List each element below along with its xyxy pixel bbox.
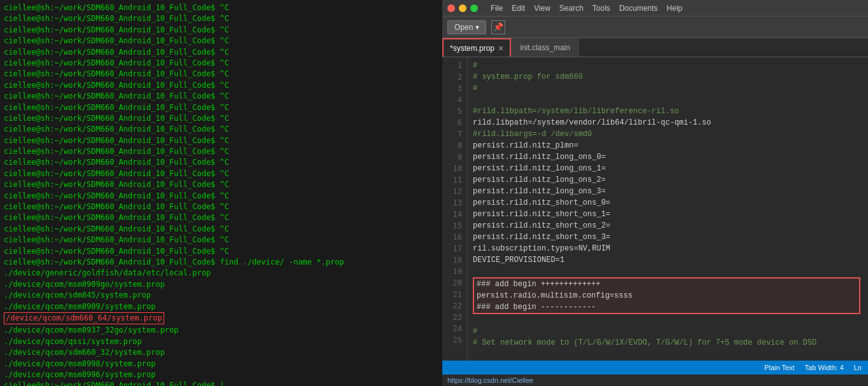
code-line: rild.libpath=/system/vendor/lib64/libril… <box>473 117 863 128</box>
code-line: persist.rild.nitz_short_ons_1= <box>473 209 863 220</box>
line-number: 3 <box>445 83 462 94</box>
terminal-line: ciellee@sh:~/work/SDM660_Android_10_Full… <box>4 13 438 24</box>
menu-search[interactable]: Search <box>559 4 584 13</box>
terminal-line: ./device/qcom/sdm660_32/system.prop <box>4 347 438 358</box>
terminal-line: ciellee@sh:~/work/SDM660_Android_10_Full… <box>4 169 438 179</box>
toolbar: Open ▾ 📌 <box>442 17 868 38</box>
terminal-line: ./device/qcom/msm8996/system.prop <box>4 369 438 380</box>
terminal-line: ciellee@sh:~/work/SDM660_Android_10_Full… <box>4 102 438 113</box>
traffic-lights <box>447 4 478 12</box>
line-number: 5 <box>445 106 462 117</box>
menu-view[interactable]: View <box>534 4 550 13</box>
line-number: 17 <box>445 243 462 254</box>
tab-label-system-prop: *system.prop <box>450 44 494 53</box>
line-number: 2 <box>445 71 462 83</box>
line-number: 4 <box>445 94 462 106</box>
terminal-line: ciellee@sh:~/work/SDM660_Android_10_Full… <box>4 69 438 79</box>
terminal-line: ciellee@sh:~/work/SDM660_Android_10_Full… <box>4 191 438 202</box>
code-line: persist.rild.nitz_long_ons_2= <box>473 174 863 186</box>
terminal-line: ./device/generic/goldfish/data/etc/local… <box>4 268 438 279</box>
code-line <box>473 314 863 326</box>
code-line: ### add begin ------------ <box>477 301 857 313</box>
line-number: 18 <box>445 254 462 266</box>
code-line: persist.rild.nitz_plmn= <box>473 140 863 151</box>
line-number: 21 <box>445 289 462 300</box>
terminal-line: ./device/qcom/sdm845/system.prop <box>4 290 438 301</box>
menu-items: File Edit View Search Tools Documents He… <box>491 4 682 13</box>
status-bar: Plain Text Tab Width: 4 Ln <box>442 361 868 375</box>
line-number: 15 <box>445 220 462 231</box>
code-line: #rild.libpath=/system/lib/libreference-r… <box>473 106 863 117</box>
code-line: DEVICE_PROVISIONED=1 <box>473 254 863 266</box>
terminal-line: ./device/qcom/msm8937_32go/system.prop <box>4 325 438 336</box>
terminal-line: /device/qcom/sdm660_64/system.prop <box>4 312 164 324</box>
tab-system-prop[interactable]: *system.prop × <box>442 38 511 57</box>
code-line: persist.rild.nitz_long_ons_3= <box>473 186 863 197</box>
line-number: 19 <box>445 266 462 277</box>
terminal-line: ./device/qcom/qssi/system.prop <box>4 336 438 347</box>
terminal-line: ciellee@sh:~/work/SDM660_Android_10_Full… <box>4 257 438 268</box>
line-number: 1 <box>445 60 462 71</box>
line-number: 6 <box>445 117 462 128</box>
terminal-line: ciellee@sh:~/work/SDM660_Android_10_Full… <box>4 224 438 235</box>
code-line <box>473 94 863 106</box>
line-number: 12 <box>445 186 462 197</box>
menu-bar: File Edit View Search Tools Documents He… <box>442 0 868 17</box>
terminal-line: ciellee@sh:~/work/SDM660_Android_10_Full… <box>4 157 438 168</box>
terminal-line: ./device/qcom/msm8909/system.prop <box>4 301 438 312</box>
menu-tools[interactable]: Tools <box>592 4 610 13</box>
code-line: # <box>473 83 863 94</box>
terminal-line: ciellee@sh:~/work/SDM660_Android_10_Full… <box>4 91 438 102</box>
close-window-button[interactable] <box>447 4 455 12</box>
menu-documents[interactable]: Documents <box>619 4 658 13</box>
code-line: persist.rild.nitz_short_ons_0= <box>473 197 863 209</box>
code-line: # <box>473 60 863 71</box>
code-line: persist.rild.nitz_long_ons_1= <box>473 163 863 174</box>
menu-edit[interactable]: Edit <box>512 4 525 13</box>
code-line: ### add begin +++++++++++++ <box>477 279 857 290</box>
terminal-line: ciellee@sh:~/work/SDM660_Android_10_Full… <box>4 179 438 190</box>
line-number: 23 <box>445 312 462 323</box>
tab-bar: *system.prop × init.class_main <box>442 38 868 57</box>
code-line: #rild.libargs=-d /dev/smd0 <box>473 128 863 140</box>
code-line: # <box>473 326 863 337</box>
minimize-window-button[interactable] <box>459 4 466 12</box>
terminal-line: ciellee@sh:~/work/SDM660_Android_10_Full… <box>4 124 438 135</box>
tab-close-system-prop[interactable]: × <box>498 44 503 53</box>
plain-text-status[interactable]: Plain Text <box>764 364 795 371</box>
line-number: 14 <box>445 209 462 220</box>
line-number: 20 <box>445 277 462 289</box>
editor-content: 1234567891011121314151617181920212223242… <box>442 57 868 361</box>
tab-width-status[interactable]: Tab Width: 4 <box>805 364 844 371</box>
url-text: https://blog.csdn.net/Ciellee <box>447 376 533 384</box>
menu-help[interactable]: Help <box>667 4 683 13</box>
terminal-line: ciellee@sh:~/work/SDM660_Android_10_Full… <box>4 36 438 46</box>
line-number: 13 <box>445 197 462 209</box>
url-bar: https://blog.csdn.net/Ciellee <box>442 375 868 386</box>
open-button[interactable]: Open ▾ <box>447 20 486 34</box>
line-number: 24 <box>445 323 462 334</box>
line-number: 7 <box>445 128 462 140</box>
line-numbers: 1234567891011121314151617181920212223242… <box>442 57 468 361</box>
terminal-line: ciellee@sh:~/work/SDM660_Android_10_Full… <box>4 212 438 223</box>
line-number: 22 <box>445 300 462 312</box>
tab-init-class-main[interactable]: init.class_main <box>511 38 579 57</box>
line-number: 25 <box>445 334 462 346</box>
line-number: 10 <box>445 163 462 174</box>
line-number: 16 <box>445 231 462 243</box>
terminal-line: ciellee@sh:~/work/SDM660_Android_10_Full… <box>4 246 438 257</box>
code-line: # system.prop for sdm660 <box>473 71 863 83</box>
menu-file[interactable]: File <box>491 4 503 13</box>
terminal-line: ciellee@sh:~/work/SDM660_Android_10_Full… <box>4 113 438 124</box>
terminal-line: ./device/qcom/msm8909go/system.prop <box>4 279 438 290</box>
editor-panel: File Edit View Search Tools Documents He… <box>442 0 868 386</box>
terminal-line: ciellee@sh:~/work/SDM660_Android_10_Full… <box>4 380 438 386</box>
terminal-line: ./device/qcom/msm8998/system.prop <box>4 359 438 369</box>
terminal-line: ciellee@sh:~/work/SDM660_Android_10_Full… <box>4 235 438 245</box>
code-area[interactable]: ## system.prop for sdm660# #rild.libpath… <box>468 57 868 361</box>
maximize-window-button[interactable] <box>470 4 478 12</box>
code-line <box>473 266 863 277</box>
terminal-panel: ciellee@sh:~/work/SDM660_Android_10_Full… <box>0 0 442 386</box>
code-line: persist.rild.nitz_short_ons_2= <box>473 220 863 231</box>
pin-button[interactable]: 📌 <box>491 20 505 34</box>
